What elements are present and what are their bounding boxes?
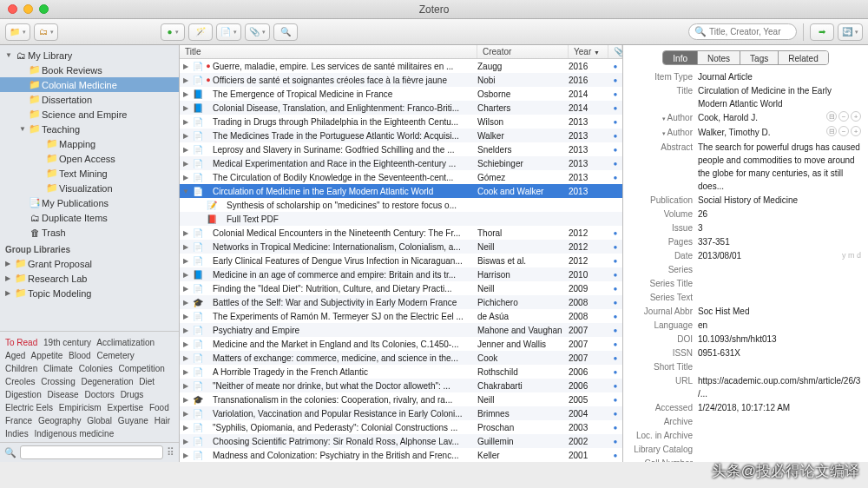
tag-cemetery[interactable]: Cemetery (96, 351, 134, 360)
collection-visualization[interactable]: 📁Visualization (0, 181, 179, 195)
item-row[interactable]: ▶🎓Transnationalism in the colonies: Coop… (180, 392, 622, 406)
window-close-button[interactable] (8, 4, 17, 14)
collection-teaching[interactable]: ▼📁Teaching (0, 122, 179, 136)
field-issn[interactable]: ISSN0951-631X (630, 346, 861, 359)
group-grant-proposal[interactable]: ▶📁Grant Proposal (0, 256, 179, 271)
item-row[interactable]: ▶📄"Neither of meate nor drinke, but what… (180, 379, 622, 392)
field-publication[interactable]: PublicationSocial History of Medicine (630, 194, 861, 207)
window-zoom-button[interactable] (39, 4, 49, 14)
field-value[interactable]: https://academic.oup.com/shm/article/26/… (698, 374, 861, 400)
field-value[interactable]: 337-351 (698, 235, 861, 248)
field-journal_abbr[interactable]: Journal AbbrSoc Hist Med (630, 305, 861, 318)
tag-19th-century[interactable]: 19th century (43, 338, 91, 347)
field-value[interactable] (698, 415, 861, 428)
item-row[interactable]: ▶📄A Horrible Tragedy in the French Atlan… (180, 365, 622, 379)
tab-related[interactable]: Related (779, 51, 827, 64)
window-minimize-button[interactable] (23, 4, 33, 14)
collection-book-reviews[interactable]: 📁Book Reviews (0, 63, 179, 77)
item-row[interactable]: ▶📄Variolation, Vaccination and Popular R… (180, 406, 622, 420)
disclosure-triangle[interactable]: ▶ (180, 90, 192, 98)
field-archive[interactable]: Archive (630, 415, 861, 428)
tag-acclimatization[interactable]: Acclimatization (96, 338, 155, 347)
field-value[interactable]: Soc Hist Med (698, 305, 861, 318)
my-library[interactable]: ▼🗂My Library (0, 48, 179, 63)
item-row[interactable]: ▶📄Leprosy and Slavery in Suriname: Godfr… (180, 142, 622, 156)
item-row[interactable]: ▶📄Medicine and the Market in England and… (180, 337, 622, 351)
field-library_catalog[interactable]: Library Catalog (630, 443, 861, 456)
disclosure-triangle[interactable]: ▶ (180, 354, 192, 362)
group-topic-modeling[interactable]: ▶📁Topic Modeling (0, 286, 179, 300)
disclosure-triangle[interactable]: ▼ (180, 188, 192, 195)
tag-colonies[interactable]: Colonies (79, 364, 113, 373)
item-row[interactable]: ▶📄Colonial Medical Encounters in the Nin… (180, 226, 622, 240)
disclosure-triangle[interactable]: ▶ (180, 368, 192, 376)
field-value[interactable] (698, 277, 861, 290)
tag-menu-button[interactable]: ⠿ (167, 446, 174, 458)
tag-indigenous-medicine[interactable]: Indigenous medicine (34, 429, 114, 439)
collection-duplicate-items[interactable]: 🗂Duplicate Items (0, 210, 179, 225)
tag-degeneration[interactable]: Degeneration (82, 377, 134, 386)
field-loc_archive[interactable]: Loc. in Archive (630, 429, 861, 442)
disclosure-triangle[interactable]: ▶ (180, 313, 192, 320)
col-title[interactable]: Title (180, 45, 477, 58)
disclosure-triangle[interactable]: ▶ (180, 271, 192, 279)
field-doi[interactable]: DOI10.1093/shm/hkt013 (630, 333, 861, 346)
field-abstract[interactable]: AbstractThe search for powerful drugs ha… (630, 141, 861, 193)
new-note-button[interactable]: 📄 (216, 23, 241, 41)
tag-disease[interactable]: Disease (47, 390, 78, 399)
tag-guyane[interactable]: Guyane (118, 416, 148, 425)
field-url[interactable]: URLhttps://academic.oup.com/shm/article/… (630, 374, 861, 400)
disclosure-triangle[interactable]: ▶ (180, 76, 192, 84)
tab-notes[interactable]: Notes (698, 51, 740, 64)
item-row[interactable]: ▶📄The Experiments of Ramón M. Termeyer S… (180, 309, 622, 323)
disclosure-triangle[interactable]: ▶ (180, 396, 192, 404)
item-row[interactable]: ▶📄Choosing Scientific Patrimony: Sir Ron… (180, 434, 622, 448)
item-row[interactable]: ▶📄Matters of exchange: commerce, medicin… (180, 351, 622, 365)
item-row[interactable]: ▶📄The Circulation of Bodily Knowledge in… (180, 170, 622, 184)
field-value[interactable]: 10.1093/shm/hkt013 (698, 333, 861, 346)
tag-geography[interactable]: Geography (38, 416, 81, 425)
field-value[interactable] (698, 457, 861, 462)
field-value[interactable]: Social History of Medicine (698, 194, 861, 207)
tag-empiricism[interactable]: Empiricism (59, 403, 102, 412)
quick-search[interactable]: 🔍 (688, 23, 797, 40)
tag-digestion[interactable]: Digestion (5, 390, 42, 399)
tab-tags[interactable]: Tags (740, 51, 779, 64)
field-accessed[interactable]: Accessed1/24/2018, 10:17:12 AM (630, 401, 861, 414)
field-value[interactable] (698, 263, 861, 276)
field-author2[interactable]: AuthorWalker, Timothy D.⊟−+ (630, 126, 861, 140)
tag-electric-eels[interactable]: Electric Eels (5, 403, 53, 412)
item-row[interactable]: ▶📄Networks in Tropical Medicine: Interna… (180, 240, 622, 254)
field-issue[interactable]: Issue3 (630, 221, 861, 234)
disclosure-triangle[interactable]: ▶ (180, 382, 192, 390)
field-value[interactable]: 0951-631X (698, 346, 861, 359)
field-value[interactable]: 2013/08/01 (698, 249, 842, 262)
tag-hair[interactable]: Hair (155, 416, 170, 425)
field-series[interactable]: Series (630, 263, 861, 276)
item-row[interactable]: ▶📄Trading in Drugs through Philadelphia … (180, 115, 622, 129)
disclosure-triangle[interactable]: ▶ (180, 174, 192, 181)
tag-appetite[interactable]: Appetite (31, 351, 63, 360)
field-series_title[interactable]: Series Title (630, 277, 861, 290)
field-call_number[interactable]: Call Number (630, 457, 861, 462)
disclosure-triangle[interactable]: ▶ (180, 326, 192, 334)
item-row[interactable]: ▶📄Psychiatry and EmpireMahone and Vaugha… (180, 323, 622, 337)
item-row[interactable]: ▶🎓Battles of the Self: War and Subjectiv… (180, 295, 622, 309)
disclosure-triangle[interactable]: ▶ (180, 160, 192, 168)
tab-info[interactable]: Info (663, 51, 698, 64)
collection-text-mining[interactable]: 📁Text Mining (0, 166, 179, 181)
sync-button[interactable]: 🔄 (838, 23, 863, 41)
field-value[interactable]: 1/24/2018, 10:17:12 AM (698, 401, 861, 414)
disclosure-triangle[interactable]: ▶ (180, 340, 192, 348)
field-value[interactable]: Journal Article (698, 70, 861, 83)
disclosure-triangle[interactable]: ▶ (180, 132, 192, 140)
disclosure-triangle[interactable]: ▶ (180, 118, 192, 126)
tag-diet[interactable]: Diet (139, 377, 155, 386)
tag-selector[interactable]: To Read 19th century Acclimatization Age… (0, 331, 179, 442)
locate-button[interactable]: ➡ (810, 23, 834, 41)
item-row[interactable]: ▶📄Medical Experimentation and Race in th… (180, 156, 622, 170)
col-year[interactable]: Year ▼ (569, 45, 608, 58)
disclosure-triangle[interactable]: ▶ (180, 452, 192, 459)
tag-drugs[interactable]: Drugs (121, 390, 144, 399)
add-by-identifier-button[interactable]: 🪄 (188, 23, 213, 41)
